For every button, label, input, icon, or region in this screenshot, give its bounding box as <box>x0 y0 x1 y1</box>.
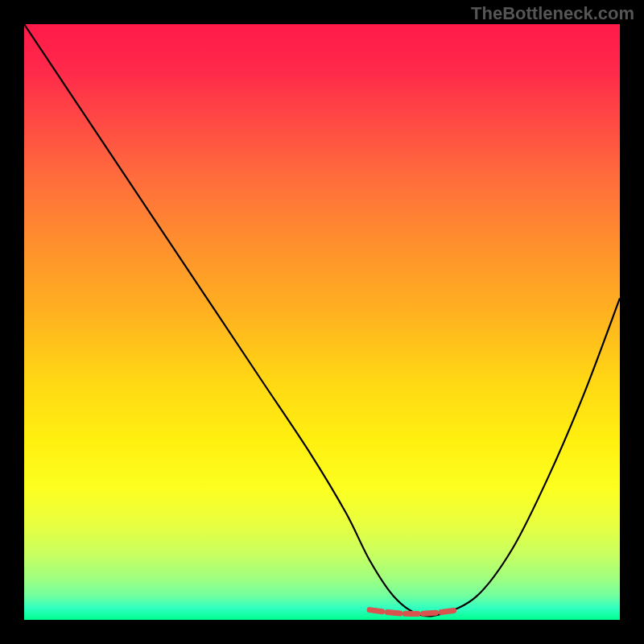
chart-svg <box>24 24 620 620</box>
plot-area <box>24 24 620 620</box>
watermark-text: TheBottleneck.com <box>471 3 634 24</box>
curve-line <box>24 24 620 616</box>
